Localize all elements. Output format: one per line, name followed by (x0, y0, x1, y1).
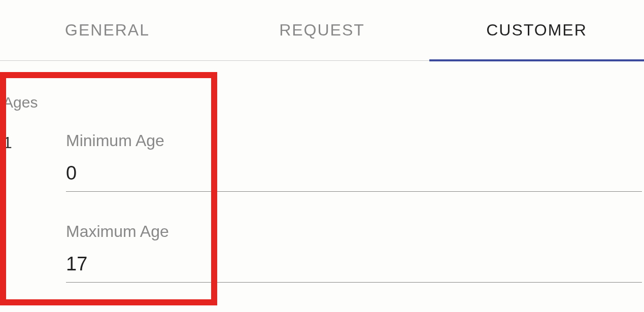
minimum-age-label: Minimum Age (66, 131, 642, 150)
minimum-age-field: Minimum Age (66, 131, 642, 192)
tab-content: Ages 1 Minimum Age Maximum Age (0, 61, 644, 312)
maximum-age-field: Maximum Age (66, 222, 642, 283)
age-row: 1 Minimum Age Maximum Age (0, 131, 644, 312)
maximum-age-label: Maximum Age (66, 222, 642, 241)
row-fields: Minimum Age Maximum Age (66, 131, 644, 312)
minimum-age-input[interactable] (66, 159, 642, 192)
tab-general[interactable]: GENERAL (0, 0, 215, 60)
tab-customer[interactable]: CUSTOMER (429, 0, 644, 60)
maximum-age-input[interactable] (66, 250, 642, 283)
section-title-ages: Ages (3, 94, 644, 111)
tab-request[interactable]: REQUEST (215, 0, 429, 60)
row-index: 1 (0, 131, 66, 152)
tab-bar: GENERAL REQUEST CUSTOMER (0, 0, 644, 61)
